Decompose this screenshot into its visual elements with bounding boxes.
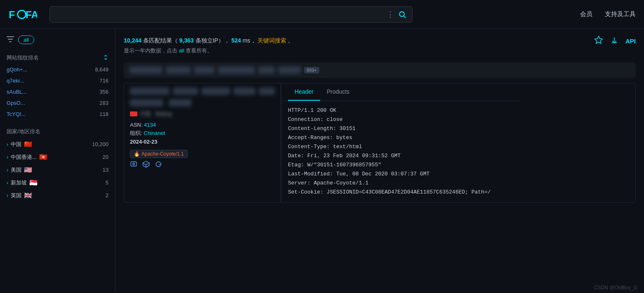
header-line: Content-Type: text/html [288,142,514,151]
fingerprint-item[interactable]: TcYQI...118 [0,109,115,120]
sort-svg [103,54,109,60]
blurred-ip-2 [166,66,191,74]
screenshot-icon[interactable] [130,161,137,170]
card-ip-blurred-4 [234,87,255,95]
svg-marker-10 [595,36,602,43]
country-item[interactable]: › 英国 🇬🇧 2 [0,189,115,202]
card-asn-link[interactable]: 4134 [144,122,156,128]
card-country-row: 中国 Beijing [124,110,281,120]
fingerprint-section-title: 网站指纹排名 [0,49,115,64]
header-line: Server: Apache-Coyote/1.1 [288,179,514,188]
member-link[interactable]: 会员 [580,10,592,18]
logo-svg: F FA [8,6,37,23]
fingerprint-item[interactable]: gQoh+...8,649 [0,64,115,75]
card-org-link[interactable]: Chinanet [144,130,165,136]
search-options-button[interactable]: ⋮ [387,10,394,19]
country-item[interactable]: › 中国香港... 🇭🇰 20 [0,151,115,163]
search-icon [398,10,406,19]
all-badge[interactable]: all [18,35,34,44]
header-line: HTTP/1.1 200 OK [288,106,514,115]
all-link[interactable]: all [179,47,184,54]
filter-svg [7,36,14,43]
search-input[interactable]: app="浙大恩特客户资源管理系统" [56,11,382,18]
top-nav: F FA app="浙大恩特客户资源管理系统" ⋮ 会员 支持及工具 [0,0,644,29]
fingerprint-item[interactable]: q7ekr...716 [0,75,115,86]
fingerprint-list: gQoh+...8,649q7ekr...716sAuBL...356GpsO.… [0,64,115,120]
card-meta: ASN: 4134 组织: Chinanet 2024-02-23 [124,122,281,148]
download-button[interactable] [610,35,619,47]
refresh-icon[interactable] [155,161,162,170]
result-with-panel: 中国 Beijing ASN: 4134 组织: Chinanet 2024-0… [124,83,636,203]
api-label[interactable]: API [625,38,636,45]
country-item[interactable]: › 新加坡 🇸🇬 5 [0,176,115,189]
support-link[interactable]: 支持及工具 [605,10,636,18]
results-count: 10,244 条匹配结果（ 9,363 条独立IP）， 524 ms， 关键词搜… [124,35,294,46]
blurred-ip-6 [278,66,301,74]
screenshot-svg [130,161,137,168]
country-section-title: 国家/地区排名 [0,123,115,138]
download-icon [610,35,619,45]
country-list: › 中国 🇨🇳 10,200 › 中国香港... 🇭🇰 20 › 美国 🇺🇸 1… [0,138,115,202]
card-ip-blurred [130,87,170,95]
blurred-ip-4 [218,66,255,74]
fingerprint-item[interactable]: GpsO...283 [0,97,115,109]
keyword-search-link[interactable]: 关键词搜索 [257,37,286,44]
refresh-svg [155,161,162,168]
svg-marker-8 [104,54,108,56]
nav-links: 会员 支持及工具 [580,10,636,18]
results-sub: 显示一年内数据，点击 all 查看所有。 [124,46,294,55]
card-ip-blurred-5 [259,87,275,95]
card-tag: 🔥 Apache-Coyote/1.1 [130,150,188,158]
header-line: Connection: close [288,115,514,124]
results-info: 10,244 条匹配结果（ 9,363 条独立IP）， 524 ms， 关键词搜… [124,35,294,56]
header-line: Accept-Ranges: bytes [288,133,514,142]
svg-point-3 [399,12,404,17]
sort-icon[interactable] [103,54,109,61]
country-item[interactable]: › 美国 🇺🇸 13 [0,163,115,176]
card-actions [124,158,281,174]
flag-box [130,111,137,116]
results-total: 10,244 [124,37,142,44]
card-org: 组织: Chinanet [130,130,275,137]
svg-text:FA: FA [26,9,37,20]
footer-attribution: CSDN @OidBoy_G [594,285,637,291]
blurred-ip-row: 999+ [124,62,636,78]
header-line: Date: Fri, 23 Feb 2024 09:31:52 GMT [288,151,514,161]
svg-marker-9 [104,58,108,60]
country-item[interactable]: › 中国 🇨🇳 10,200 [0,138,115,151]
svg-rect-11 [131,162,137,166]
tab-header[interactable]: Header [288,83,320,101]
card-ip-blurred-2 [173,87,198,95]
right-panel: Header Products HTTP/1.1 200 OKConnectio… [281,83,520,202]
sidebar: all 网站指纹排名 gQoh+...8,649q7ekr...716sAuBL… [0,29,116,293]
card-country: 中国 [140,110,151,118]
result-card-left: 中国 Beijing ASN: 4134 组织: Chinanet 2024-0… [124,83,281,202]
card-port-row [124,99,281,110]
tab-products[interactable]: Products [320,83,356,101]
svg-text:F: F [9,9,15,20]
star-button[interactable] [594,35,603,47]
blurred-ip-1 [130,66,163,74]
svg-rect-7 [9,41,12,42]
header-line: Set-Cookie: JSESSIONID=C43C08EAD47E2D04A… [288,188,514,197]
cube-svg [142,161,150,168]
results-unique-ip: 9,363 [179,37,194,44]
cube-icon[interactable] [142,161,150,170]
header-line: Etag: W/"30151-1607396857955" [288,161,514,170]
logo: F FA [8,6,37,23]
main-layout: all 网站指纹排名 gQoh+...8,649q7ekr...716sAuBL… [0,29,644,293]
svg-line-4 [404,16,406,18]
star-icon [594,35,603,45]
content-area: 10,244 条匹配结果（ 9,363 条独立IP）， 524 ms， 关键词搜… [116,29,644,293]
results-header: 10,244 条匹配结果（ 9,363 条独立IP）， 524 ms， 关键词搜… [124,35,636,56]
card-asn: ASN: 4134 [130,122,275,128]
svg-point-12 [133,163,135,165]
card-sub-blurred [169,99,191,106]
filter-icon [7,36,14,44]
search-bar: app="浙大恩特客户资源管理系统" ⋮ [50,6,413,23]
fingerprint-item[interactable]: sAuBL...356 [0,86,115,97]
card-date: 2024-02-23 [130,139,275,145]
sidebar-top: all [0,35,115,49]
search-button[interactable] [398,10,406,19]
badge-999: 999+ [304,67,319,73]
